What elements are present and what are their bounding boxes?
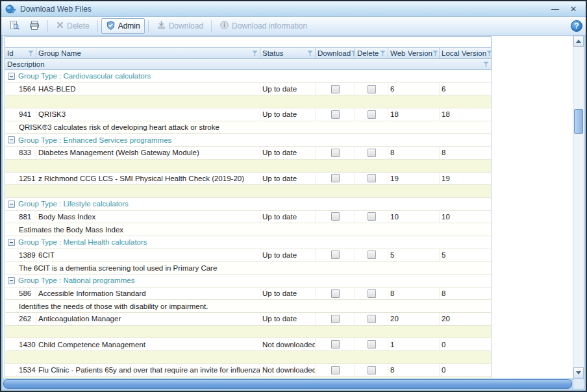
download-checkbox[interactable] bbox=[331, 85, 340, 93]
toolbar-separator bbox=[97, 20, 98, 32]
download-checkbox[interactable] bbox=[331, 340, 340, 349]
table-row[interactable]: 1534Flu Clinic - Patients 65y and over t… bbox=[5, 364, 491, 377]
table-row[interactable]: 881Body Mass IndexUp to date1010 bbox=[5, 211, 491, 224]
delete-checkbox[interactable] bbox=[368, 340, 376, 349]
column-header-web-version[interactable]: Web Version bbox=[388, 48, 440, 58]
table-row[interactable]: 1251z Richmond CCG LCS - SMI Physical He… bbox=[5, 173, 491, 186]
column-header-delete[interactable]: Delete bbox=[355, 48, 388, 58]
cell-local-version: 8 bbox=[440, 288, 491, 300]
filter-icon[interactable] bbox=[483, 62, 489, 67]
table-row[interactable]: 586Accessible Information StandardUp to … bbox=[5, 288, 491, 300]
vertical-scrollbar[interactable] bbox=[573, 36, 584, 378]
close-button[interactable]: ✕ bbox=[565, 3, 582, 15]
scroll-up-arrow[interactable] bbox=[573, 36, 584, 47]
cell-delete bbox=[355, 313, 388, 325]
row-indent bbox=[5, 83, 17, 95]
delete-checkbox[interactable] bbox=[368, 212, 376, 221]
vertical-scroll-track[interactable] bbox=[573, 47, 584, 367]
description-row: Estimates the Body Mass Index bbox=[5, 223, 491, 236]
cell-group-name: QRISK3 bbox=[36, 108, 260, 121]
collapse-icon[interactable] bbox=[8, 201, 15, 208]
grid-container: Id Group Name Status Download bbox=[3, 36, 573, 378]
print-icon bbox=[29, 20, 40, 32]
group-row[interactable]: Group Type : Cardiovascular calculators bbox=[5, 70, 491, 83]
column-label: Web Version bbox=[390, 49, 432, 57]
download-information-button[interactable]: Download information bbox=[215, 18, 312, 34]
cell-group-name: Accessible Information Standard bbox=[36, 288, 260, 300]
row-indent bbox=[5, 211, 17, 223]
description-text: QRISK®3 calculates risk of developing he… bbox=[17, 123, 491, 131]
download-checkbox[interactable] bbox=[331, 315, 340, 323]
group-row[interactable]: Group Type : Lifestyle calculators bbox=[5, 198, 491, 211]
download-checkbox[interactable] bbox=[331, 251, 340, 259]
download-checkbox[interactable] bbox=[331, 212, 340, 221]
download-checkbox[interactable] bbox=[331, 110, 340, 119]
table-row[interactable]: 833Diabetes Management (Welsh Gateway Mo… bbox=[5, 147, 491, 160]
vertical-scroll-thumb[interactable] bbox=[574, 109, 583, 134]
filter-icon[interactable] bbox=[486, 51, 492, 56]
delete-checkbox[interactable] bbox=[368, 251, 376, 259]
delete-checkbox[interactable] bbox=[368, 289, 376, 298]
cell-web-version: 1 bbox=[388, 338, 440, 350]
window-title: Download Web Files bbox=[20, 5, 545, 14]
filter-icon[interactable] bbox=[307, 51, 313, 56]
cell-download bbox=[316, 288, 355, 300]
delete-checkbox[interactable] bbox=[368, 149, 376, 157]
column-header-status[interactable]: Status bbox=[260, 48, 316, 58]
column-header-download[interactable]: Download bbox=[316, 48, 355, 58]
scroll-down-arrow[interactable] bbox=[573, 367, 584, 378]
group-row[interactable]: Group Type : Mental Health calculators bbox=[5, 236, 491, 249]
table-row[interactable]: 13896CITUp to date55 bbox=[5, 249, 491, 262]
horizontal-scrollbar[interactable] bbox=[3, 379, 584, 389]
cell-web-version: 10 bbox=[388, 211, 440, 223]
cell-local-version: 6 bbox=[440, 83, 491, 95]
group-row[interactable]: Group Type : National programmes bbox=[5, 275, 491, 288]
print-button[interactable] bbox=[25, 18, 44, 34]
delete-checkbox[interactable] bbox=[368, 110, 376, 119]
table-row[interactable]: 941QRISK3Up to date1818 bbox=[5, 108, 491, 121]
download-checkbox[interactable] bbox=[331, 289, 340, 298]
column-header-id[interactable]: Id bbox=[5, 48, 36, 58]
group-row[interactable]: Group Type : Enhanced Services programme… bbox=[5, 134, 491, 147]
help-button[interactable]: ? bbox=[571, 20, 582, 32]
table-row[interactable]: 262Anticoagulation ManagerUp to date2020 bbox=[5, 313, 491, 326]
delete-button[interactable]: Delete bbox=[51, 18, 94, 34]
description-row: QRISK®3 calculates risk of developing he… bbox=[5, 121, 491, 134]
filter-icon[interactable] bbox=[28, 51, 34, 56]
filter-icon[interactable] bbox=[252, 51, 258, 56]
cell-local-version: 5 bbox=[440, 249, 491, 262]
minimize-button[interactable]: — bbox=[547, 3, 564, 15]
print-preview-button[interactable] bbox=[5, 18, 24, 34]
filter-icon[interactable] bbox=[351, 51, 355, 56]
column-header-group-name[interactable]: Group Name bbox=[36, 48, 260, 58]
horizontal-scroll-thumb[interactable] bbox=[3, 379, 572, 389]
row-indent bbox=[5, 262, 17, 274]
collapse-icon[interactable] bbox=[8, 277, 15, 284]
collapse-icon[interactable] bbox=[8, 73, 15, 80]
column-label: Download bbox=[318, 49, 351, 57]
collapse-expand-cell bbox=[5, 198, 17, 210]
delete-checkbox[interactable] bbox=[368, 315, 376, 323]
download-checkbox[interactable] bbox=[331, 174, 340, 182]
description-header-row[interactable]: Description bbox=[5, 59, 492, 70]
cell-id: 1251 bbox=[17, 173, 36, 185]
titlebar: Download Web Files — ✕ bbox=[1, 1, 586, 17]
delete-checkbox[interactable] bbox=[368, 366, 376, 374]
collapse-icon[interactable] bbox=[8, 239, 15, 246]
filter-icon[interactable] bbox=[432, 51, 438, 56]
download-button[interactable]: Download bbox=[152, 18, 208, 34]
collapse-icon[interactable] bbox=[8, 136, 15, 143]
download-checkbox[interactable] bbox=[331, 366, 340, 374]
delete-checkbox[interactable] bbox=[368, 174, 376, 182]
table-row[interactable]: 1430Child Competence ManagementNot downl… bbox=[5, 338, 491, 351]
delete-checkbox[interactable] bbox=[368, 85, 376, 93]
description-row bbox=[5, 160, 491, 173]
cell-web-version: 8 bbox=[388, 147, 440, 159]
table-row[interactable]: 1564HAS-BLEDUp to date66 bbox=[5, 83, 491, 96]
grid-rows: Group Type : Cardiovascular calculators1… bbox=[5, 70, 492, 378]
download-checkbox[interactable] bbox=[331, 149, 340, 157]
cell-download bbox=[316, 147, 355, 159]
filter-icon[interactable] bbox=[380, 51, 386, 56]
column-header-local-version[interactable]: Local Version bbox=[440, 48, 492, 58]
admin-button[interactable]: Admin bbox=[101, 18, 145, 34]
